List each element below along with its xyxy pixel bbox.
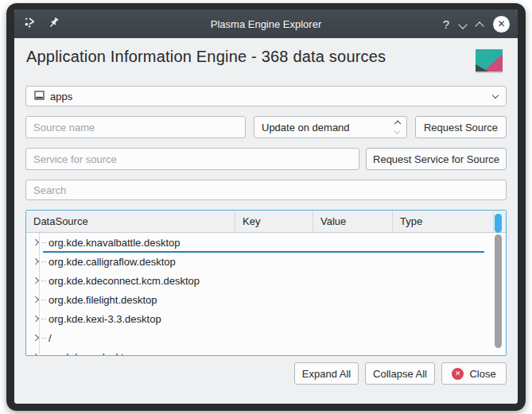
close-icon: ✕ (452, 368, 464, 380)
branch-dash (41, 261, 46, 262)
branch-dash (41, 242, 46, 243)
titlebar[interactable]: Plasma Engine Explorer ? ✕ (14, 10, 518, 38)
request-service-button[interactable]: Request Service for Source (366, 148, 507, 170)
table-row[interactable]: org.kde.filelight.desktop (26, 290, 506, 309)
branch-dash (41, 281, 46, 281)
table-body[interactable]: org.kde.knavalbattle.desktoporg.kde.call… (26, 233, 506, 355)
datasource-row-label: org.kde.kexi-3.3.desktop (49, 313, 161, 325)
datasource-row-label: org.kde.calligraflow.desktop (49, 256, 176, 268)
search-placeholder: Search (33, 184, 66, 196)
update-interval-value: Update on demand (262, 122, 350, 133)
page-title: Application Information Engine - 368 dat… (26, 48, 386, 66)
engine-select[interactable]: apps (25, 86, 507, 106)
close-button[interactable]: ✕ Close (441, 362, 507, 385)
engine-select-value: apps (50, 91, 72, 103)
datasource-row-label: org.kde.knavalbattle.desktop (49, 237, 181, 249)
engine-logo-icon (476, 49, 503, 73)
close-window-button[interactable]: ✕ (493, 16, 510, 33)
maximize-button[interactable] (475, 21, 483, 30)
scrollbar-thumb[interactable] (495, 214, 502, 233)
branch-dash (41, 319, 46, 319)
expand-chevron-icon[interactable] (33, 354, 39, 355)
table-row[interactable]: org.kde.kexi-3.3.desktop (26, 309, 506, 328)
table-header[interactable]: DataSource Key Value Type (26, 211, 506, 233)
window-icon (34, 91, 45, 103)
spin-down-icon[interactable] (394, 128, 400, 134)
minimize-button[interactable] (458, 20, 467, 29)
help-button[interactable]: ? (443, 18, 449, 30)
branch-dash (41, 300, 46, 300)
datasource-row-label: / (49, 332, 52, 344)
table-row[interactable]: org.kde.kdeconnect.kcm.desktop (26, 271, 506, 290)
column-header-datasource[interactable]: DataSource (26, 211, 235, 232)
update-interval-spinner[interactable]: Update on demand (254, 116, 407, 138)
spin-up-icon[interactable] (394, 120, 400, 126)
expand-chevron-icon[interactable] (33, 296, 39, 303)
expand-chevron-icon[interactable] (33, 258, 39, 265)
datasource-table[interactable]: DataSource Key Value Type org.kde.knaval… (25, 210, 507, 356)
column-header-value[interactable]: Value (313, 211, 393, 232)
expand-chevron-icon[interactable] (33, 335, 39, 341)
table-row[interactable]: / (26, 328, 506, 347)
datasource-row-label: org.kde.filelight.desktop (49, 294, 157, 306)
datasource-row-label: org.kde.….desktop (49, 351, 135, 356)
source-name-placeholder: Source name (33, 122, 95, 133)
datasource-row-label: org.kde.kdeconnect.kcm.desktop (49, 275, 200, 287)
column-header-type[interactable]: Type (393, 211, 494, 232)
chevron-down-icon (492, 91, 499, 98)
scrollbar-track[interactable] (495, 234, 502, 348)
source-name-input[interactable]: Source name (25, 116, 246, 138)
service-placeholder: Service for source (33, 153, 117, 165)
search-input[interactable]: Search (25, 180, 507, 200)
request-source-button[interactable]: Request Source (415, 116, 507, 138)
table-row[interactable]: org.kde.calligraflow.desktop (26, 252, 506, 271)
service-for-source-input[interactable]: Service for source (25, 148, 359, 170)
table-row[interactable]: org.kde.….desktop (26, 347, 506, 355)
column-header-key[interactable]: Key (235, 211, 313, 232)
close-button-label: Close (469, 368, 495, 380)
expand-chevron-icon[interactable] (33, 239, 39, 246)
expand-chevron-icon[interactable] (33, 315, 39, 322)
branch-dash (41, 338, 46, 339)
table-row[interactable]: org.kde.knavalbattle.desktop (26, 233, 506, 252)
expand-chevron-icon[interactable] (33, 277, 39, 284)
window-frame: Plasma Engine Explorer ? ✕ Application I… (6, 3, 526, 411)
collapse-all-button[interactable]: Collapse All (365, 362, 435, 385)
expand-all-button[interactable]: Expand All (294, 362, 359, 385)
